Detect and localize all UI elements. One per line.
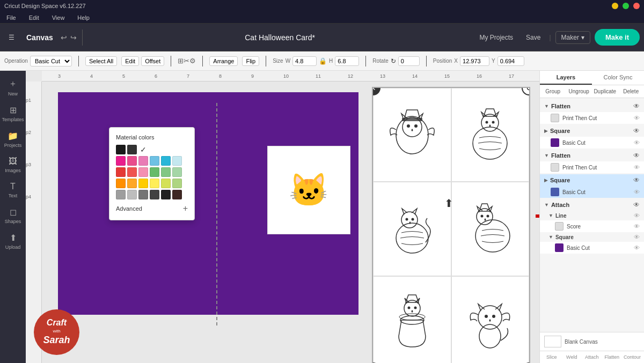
- flatten-button[interactable]: Flatten: [603, 353, 622, 361]
- make-it-button[interactable]: Make it: [595, 29, 640, 46]
- sidebar-item-projects[interactable]: 📁 Projects: [0, 128, 26, 151]
- print-then-cut-1[interactable]: Print Then Cut 👁: [540, 112, 644, 124]
- square-header-1[interactable]: ▶ Square 👁: [540, 125, 644, 137]
- minimize-button[interactable]: [612, 3, 618, 9]
- color-swatch-yellow1[interactable]: [138, 179, 148, 188]
- bc-eye-1[interactable]: 👁: [634, 139, 640, 146]
- offset-button[interactable]: Offset: [141, 56, 164, 66]
- height-input[interactable]: [335, 56, 359, 66]
- select-all-button[interactable]: Select All: [85, 56, 117, 66]
- color-picker-popup[interactable]: Material colors ✓: [109, 127, 195, 220]
- sidebar-item-new[interactable]: ＋ New: [0, 75, 26, 100]
- undo-button[interactable]: ↩: [61, 33, 67, 42]
- color-swatch-blue2[interactable]: [161, 156, 171, 166]
- sidebar-item-images[interactable]: 🖼 Images: [0, 153, 26, 176]
- color-swatch-lightlime[interactable]: [172, 179, 182, 188]
- color-swatch-pink3[interactable]: [138, 156, 148, 166]
- eye-icon-1[interactable]: 👁: [633, 102, 640, 110]
- save-button[interactable]: Save: [522, 32, 545, 43]
- eye-icon-5[interactable]: 👁: [633, 201, 640, 209]
- square-header-2[interactable]: ▶ Square 👁: [540, 174, 644, 186]
- x-input[interactable]: [460, 56, 489, 66]
- color-swatch-orange2[interactable]: [127, 179, 137, 188]
- y-input[interactable]: [497, 56, 524, 66]
- close-button[interactable]: [633, 3, 640, 9]
- redo-button[interactable]: ↪: [70, 33, 77, 42]
- eye-icon-2[interactable]: 👁: [633, 127, 640, 135]
- my-projects-button[interactable]: My Projects: [475, 32, 517, 43]
- sidebar-item-shapes[interactable]: ◻ Shapes: [0, 204, 26, 227]
- line-eye[interactable]: 👁: [634, 212, 640, 219]
- square-sub-eye[interactable]: 👁: [634, 234, 640, 240]
- white-card-inset[interactable]: 🐱: [267, 146, 350, 234]
- basic-cut-1[interactable]: Basic Cut 👁: [540, 137, 644, 149]
- color-swatch-lime[interactable]: [161, 179, 171, 188]
- color-swatch-pink1[interactable]: [116, 156, 126, 166]
- color-swatch-blue1[interactable]: [150, 156, 159, 166]
- contour-button[interactable]: Contour: [623, 353, 642, 361]
- color-swatch-orange1[interactable]: [116, 179, 126, 188]
- color-swatch-green1[interactable]: [150, 167, 159, 177]
- sidebar-item-upload[interactable]: ⬆ Upload: [0, 229, 26, 253]
- advanced-row[interactable]: Advanced +: [116, 204, 188, 213]
- ungroup-button[interactable]: Ungroup: [566, 85, 592, 98]
- color-swatch-brown[interactable]: [172, 190, 182, 199]
- attach-header[interactable]: ▼ Attach 👁: [540, 199, 644, 211]
- square-subheader[interactable]: ▼ Square 👁: [540, 232, 644, 242]
- flatten-header-2[interactable]: ▼ Flatten 👁: [540, 150, 644, 161]
- color-swatch-green2[interactable]: [161, 167, 171, 177]
- canvas-area[interactable]: 3 4 5 6 7 8 9 10 11 12 13 14 15 16 17 18…: [26, 71, 539, 363]
- color-swatch-red1[interactable]: [116, 167, 126, 177]
- score-item[interactable]: Score 👁: [540, 220, 644, 232]
- flatten-header-1[interactable]: ▼ Flatten 👁: [540, 100, 644, 112]
- maximize-button[interactable]: [623, 3, 629, 9]
- color-swatch-gray3[interactable]: [138, 190, 148, 199]
- width-input[interactable]: [292, 56, 317, 66]
- color-swatch-nearblack[interactable]: [161, 190, 171, 199]
- duplicate-button[interactable]: Duplicate: [592, 85, 618, 98]
- slice-button[interactable]: Slice: [542, 353, 561, 361]
- operation-select[interactable]: Basic Cut: [30, 56, 72, 66]
- basic-cut-2[interactable]: Basic Cut 👁: [540, 186, 644, 198]
- print-then-cut-2[interactable]: Print Then Cut 👁: [540, 161, 644, 173]
- menu-edit[interactable]: Edit: [27, 14, 41, 21]
- ptc-eye-1[interactable]: 👁: [634, 115, 640, 121]
- edit-button[interactable]: Edit: [121, 56, 139, 66]
- attach-button[interactable]: Attach: [582, 353, 602, 361]
- line-subheader[interactable]: ▼ Line 👁: [540, 211, 644, 220]
- purple-card[interactable]: 🐱: [58, 92, 358, 315]
- color-swatch-red2[interactable]: [127, 167, 137, 177]
- tab-layers[interactable]: Layers: [540, 71, 592, 85]
- cat-images-panel[interactable]: ✕ ↻ ⤡ ⤡: [372, 87, 530, 363]
- menu-hamburger-button[interactable]: ☰: [4, 32, 19, 43]
- menu-file[interactable]: File: [4, 14, 18, 21]
- tab-color-sync[interactable]: Color Sync: [592, 71, 644, 85]
- flip-button[interactable]: Flip: [242, 56, 259, 66]
- sidebar-item-text[interactable]: T Text: [0, 179, 26, 202]
- color-swatch-lightpink[interactable]: [138, 167, 148, 177]
- basic-cut-3[interactable]: Basic Cut 👁: [540, 242, 644, 254]
- menu-view[interactable]: View: [50, 14, 67, 21]
- group-button[interactable]: Group: [540, 85, 566, 98]
- eye-icon-4[interactable]: 👁: [633, 176, 640, 184]
- maker-button[interactable]: Maker ▾: [555, 31, 590, 44]
- delete-button[interactable]: Delete: [618, 85, 645, 98]
- color-swatch-pink2[interactable]: [127, 156, 137, 166]
- bc-eye-3[interactable]: 👁: [634, 245, 640, 251]
- color-swatch-yellow2[interactable]: [150, 179, 159, 188]
- color-swatch-darkgray[interactable]: [127, 145, 137, 154]
- weld-button[interactable]: Weld: [562, 353, 582, 361]
- bc-eye-2[interactable]: 👁: [634, 189, 640, 195]
- color-swatch-darkgray2[interactable]: [150, 190, 159, 199]
- score-eye[interactable]: 👁: [634, 223, 640, 229]
- eye-icon-3[interactable]: 👁: [633, 152, 640, 159]
- ptc-eye-2[interactable]: 👁: [634, 164, 640, 171]
- color-swatch-gray1[interactable]: [116, 190, 126, 199]
- rotate-input[interactable]: [398, 56, 420, 66]
- color-swatch-gray2[interactable]: [127, 190, 137, 199]
- color-swatch-black[interactable]: [116, 145, 126, 154]
- menu-help[interactable]: Help: [75, 14, 92, 21]
- color-swatch-lightblue[interactable]: [172, 156, 182, 166]
- arrange-button[interactable]: Arrange: [209, 56, 238, 66]
- sidebar-item-templates[interactable]: ⊞ Templates: [0, 102, 26, 125]
